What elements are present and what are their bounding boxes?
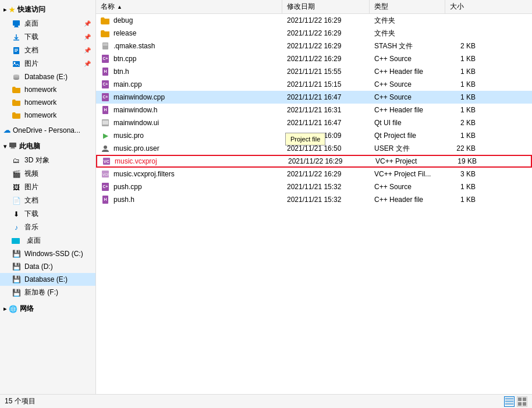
view-toggle-icons[interactable]: [504, 396, 527, 407]
table-row[interactable]: debug2021/11/22 16:29文件夹: [96, 14, 532, 27]
table-row[interactable]: VCmusic.vcxproj2021/11/22 16:29VC++ Proj…: [96, 155, 532, 168]
document-icon: 📄: [12, 196, 21, 205]
svg-rect-17: [103, 44, 108, 44]
sidebar: ▸ ★ 快速访问 桌面 📌 下载 📌: [0, 0, 96, 394]
pictures-icon: [12, 59, 21, 69]
table-row[interactable]: .qmake.stash2021/11/22 16:29STASH 文件2 KB: [96, 40, 532, 52]
file-size-cell: 22 KB: [445, 144, 480, 152]
col-date-header[interactable]: 修改日期: [282, 0, 370, 13]
folder-icon: [101, 16, 110, 25]
svg-rect-6: [15, 50, 18, 51]
sidebar-item-video[interactable]: 🎬 视频: [0, 167, 95, 180]
file-name-cell: Hpush.h: [96, 195, 282, 204]
file-size-cell: 1 KB: [445, 80, 480, 88]
file-name-text: music.vcxproj: [115, 157, 157, 165]
drive-icon: [12, 72, 21, 81]
file-date-cell: 2021/11/22 16:29: [282, 170, 370, 178]
sidebar-item-music[interactable]: ♪ 音乐: [0, 221, 95, 234]
file-area: 名称 ▲ 修改日期 类型 大小 debug2021/11/22 16:29文件夹…: [96, 0, 532, 394]
sidebar-item-desktop-qa[interactable]: 桌面 📌: [0, 17, 95, 30]
stash-icon: [101, 41, 110, 51]
sidebar-item-desktop[interactable]: 桌面: [0, 234, 95, 247]
table-row[interactable]: C+main.cpp2021/11/21 15:15C++ Source1 KB: [96, 78, 532, 91]
col-type-header[interactable]: 类型: [370, 0, 445, 13]
file-name-text: mainwindow.h: [114, 106, 157, 114]
table-row[interactable]: mainwindow.ui2021/11/21 16:47Qt UI file2…: [96, 116, 532, 129]
col-size-header[interactable]: 大小: [445, 0, 480, 13]
svg-rect-16: [102, 42, 108, 49]
pro-icon: ▶: [101, 131, 110, 140]
3dobjects-icon: 🗂: [12, 156, 21, 165]
onedrive-header[interactable]: ☁ OneDrive - Persona...: [0, 124, 95, 137]
svg-rect-0: [13, 20, 20, 26]
file-name-cell: ▶music.pro: [96, 131, 282, 140]
file-name-text: push.h: [114, 196, 134, 204]
svg-rect-32: [523, 402, 526, 405]
file-size-cell: 1 KB: [445, 106, 480, 114]
file-size-cell: 1 KB: [445, 93, 480, 101]
sidebar-item-label: Database (E:): [24, 275, 68, 283]
drive-f-icon: 💾: [12, 288, 21, 297]
tiles-view-icon[interactable]: [517, 396, 527, 407]
sidebar-item-database-e-qa[interactable]: Database (E:): [0, 70, 95, 83]
computer-icon: [9, 141, 17, 151]
sidebar-item-3dobjects[interactable]: 🗂 3D 对象: [0, 154, 95, 167]
file-name-text: btn.h: [114, 68, 129, 76]
table-row[interactable]: Hpush.h2021/11/21 15:32C++ Header file1 …: [96, 193, 532, 206]
sidebar-item-label: homework: [24, 98, 56, 107]
network-header[interactable]: ▸ 🌐 网络: [0, 301, 95, 316]
file-name-text: mainwindow.ui: [114, 119, 159, 127]
file-name-text: release: [114, 29, 136, 37]
file-name-text: push.cpp: [114, 183, 142, 191]
svg-rect-7: [15, 51, 17, 52]
file-date-cell: 2021/11/21 15:55: [282, 68, 370, 76]
sidebar-item-download-qa[interactable]: 下载 📌: [0, 30, 95, 44]
details-view-icon[interactable]: [504, 396, 515, 407]
vcxproj-icon: VC: [102, 157, 111, 166]
sidebar-item-document[interactable]: 📄 文档: [0, 194, 95, 207]
table-row[interactable]: C+btn.cpp2021/11/22 16:29C++ Source1 KB: [96, 52, 532, 65]
sidebar-item-download[interactable]: ⬇ 下载: [0, 207, 95, 221]
svg-text:VC: VC: [104, 159, 109, 164]
file-type-cell: C++ Header file: [370, 106, 445, 114]
file-name-cell: Hmainwindow.h: [96, 105, 282, 115]
sidebar-item-document-qa[interactable]: 文档 📌: [0, 44, 95, 57]
sidebar-item-label: 图片: [24, 59, 38, 69]
file-name-text: main.cpp: [114, 80, 142, 88]
file-date-cell: 2021/11/21 15:32: [282, 196, 370, 204]
sidebar-item-homework1[interactable]: homework: [0, 83, 95, 96]
sidebar-item-pictures[interactable]: 🖼 图片: [0, 180, 95, 194]
pin-icon: 📌: [84, 34, 91, 40]
table-row[interactable]: Hmainwindow.h2021/11/21 16:31C++ Header …: [96, 104, 532, 116]
folder-icon: [101, 29, 110, 38]
sidebar-item-label: Database (E:): [24, 73, 68, 81]
quickaccess-header[interactable]: ▸ ★ 快速访问: [0, 2, 95, 17]
onedrive-label: OneDrive - Persona...: [13, 126, 80, 134]
col-name-header[interactable]: 名称 ▲: [96, 0, 282, 13]
sidebar-item-new-volume-f[interactable]: 💾 新加卷 (F:): [0, 286, 95, 299]
file-type-cell: Qt UI file: [370, 119, 445, 127]
table-row[interactable]: VCFmusic.vcxproj.filters2021/11/22 16:29…: [96, 168, 532, 180]
table-row[interactable]: Hbtn.h2021/11/21 15:55C++ Header file1 K…: [96, 65, 532, 78]
sidebar-item-homework3[interactable]: homework: [0, 109, 95, 122]
user-icon: [101, 144, 110, 153]
cpp-icon: C+: [101, 93, 110, 102]
table-row[interactable]: C+push.cpp2021/11/21 15:32C++ Source1 KB: [96, 180, 532, 193]
table-row[interactable]: ▶music.pro2021/11/21 16:09Qt Project fil…: [96, 129, 532, 142]
thispc-header[interactable]: ▾ 此电脑: [0, 139, 95, 154]
file-date-cell: 2021/11/21 16:50: [282, 144, 370, 152]
file-name-text: debug: [114, 16, 133, 24]
sidebar-item-windows-ssd[interactable]: 💾 Windows-SSD (C:): [0, 247, 95, 260]
table-row[interactable]: release2021/11/22 16:29文件夹: [96, 27, 532, 40]
sidebar-item-pictures-qa[interactable]: 图片 📌: [0, 57, 95, 70]
file-size-cell: 1 KB: [445, 132, 480, 140]
sidebar-item-data-d[interactable]: 💾 Data (D:): [0, 260, 95, 273]
table-row[interactable]: music.pro.user2021/11/21 16:50USER 文件22 …: [96, 142, 532, 155]
file-name-cell: VCmusic.vcxproj: [97, 157, 283, 166]
sidebar-item-label: homework: [24, 111, 56, 119]
svg-rect-13: [9, 143, 16, 147]
sidebar-item-homework2[interactable]: homework: [0, 96, 95, 109]
file-date-cell: 2021/11/22 16:29: [282, 16, 370, 24]
sidebar-item-database-e[interactable]: 💾 Database (E:): [0, 273, 95, 286]
table-row[interactable]: C+mainwindow.cpp2021/11/21 16:47C++ Sour…: [96, 91, 532, 104]
